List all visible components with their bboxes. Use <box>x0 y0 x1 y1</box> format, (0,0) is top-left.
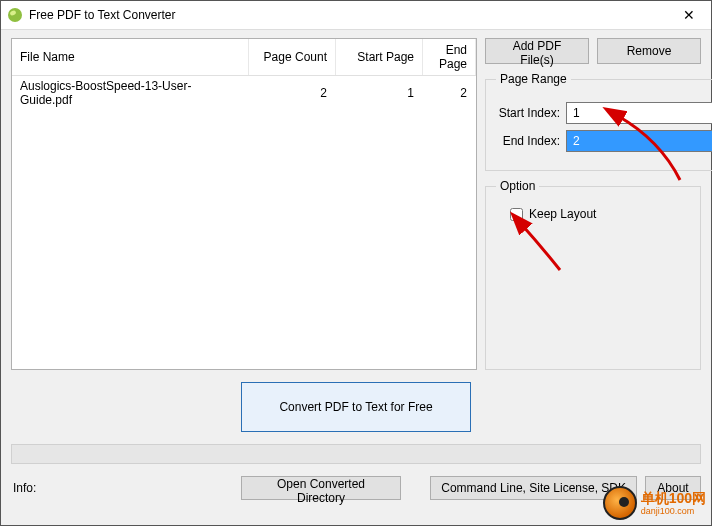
table-header-row: File Name Page Count Start Page End Page <box>12 39 476 76</box>
svg-point-0 <box>8 8 22 22</box>
top-row: File Name Page Count Start Page End Page… <box>11 38 701 370</box>
page-range-group: Page Range Start Index: ▲ ▼ End Index: <box>485 72 712 171</box>
end-index-spinner[interactable]: ▲ ▼ <box>566 130 712 152</box>
progress-bar <box>11 444 701 464</box>
convert-button[interactable]: Convert PDF to Text for Free <box>241 382 471 432</box>
file-buttons: Add PDF File(s) Remove <box>485 38 701 64</box>
cell-page-count: 2 <box>249 76 336 111</box>
about-button[interactable]: About <box>645 476 701 500</box>
content-area: File Name Page Count Start Page End Page… <box>1 30 711 525</box>
col-start-page[interactable]: Start Page <box>336 39 423 76</box>
command-line-button[interactable]: Command Line, Site License, SDK <box>430 476 637 500</box>
end-index-input[interactable] <box>567 131 712 151</box>
start-index-row: Start Index: ▲ ▼ <box>496 102 712 124</box>
right-panel: Add PDF File(s) Remove Page Range Start … <box>485 38 701 370</box>
add-file-button[interactable]: Add PDF File(s) <box>485 38 589 64</box>
window-title: Free PDF to Text Converter <box>29 8 673 22</box>
titlebar: Free PDF to Text Converter ✕ <box>1 1 711 30</box>
remove-file-button[interactable]: Remove <box>597 38 701 64</box>
table-row[interactable]: Auslogics-BoostSpeed-13-User-Guide.pdf21… <box>12 76 476 111</box>
convert-row: Convert PDF to Text for Free <box>11 378 701 434</box>
start-index-label: Start Index: <box>496 106 560 120</box>
page-range-legend: Page Range <box>496 72 571 86</box>
cell-start-page: 1 <box>336 76 423 111</box>
end-index-row: End Index: ▲ ▼ <box>496 130 712 152</box>
keep-layout-checkbox[interactable] <box>510 208 523 221</box>
app-window: Free PDF to Text Converter ✕ File Name P… <box>0 0 712 526</box>
col-end-page[interactable]: End Page <box>423 39 476 76</box>
open-directory-button[interactable]: Open Converted Directory <box>241 476 401 500</box>
cell-end-page: 2 <box>423 76 476 111</box>
start-index-spinner[interactable]: ▲ ▼ <box>566 102 712 124</box>
start-index-input[interactable] <box>567 103 712 123</box>
close-button[interactable]: ✕ <box>673 7 705 23</box>
file-table[interactable]: File Name Page Count Start Page End Page… <box>11 38 477 370</box>
col-page-count[interactable]: Page Count <box>249 39 336 76</box>
info-label: Info: <box>11 481 63 495</box>
option-group: Option Keep Layout <box>485 179 701 370</box>
option-legend: Option <box>496 179 539 193</box>
app-icon <box>7 7 23 23</box>
keep-layout-row: Keep Layout <box>510 207 690 221</box>
keep-layout-label: Keep Layout <box>529 207 596 221</box>
footer: Info: Open Converted Directory Command L… <box>11 474 701 502</box>
col-file-name[interactable]: File Name <box>12 39 249 76</box>
cell-file-name: Auslogics-BoostSpeed-13-User-Guide.pdf <box>12 76 249 111</box>
end-index-label: End Index: <box>496 134 560 148</box>
